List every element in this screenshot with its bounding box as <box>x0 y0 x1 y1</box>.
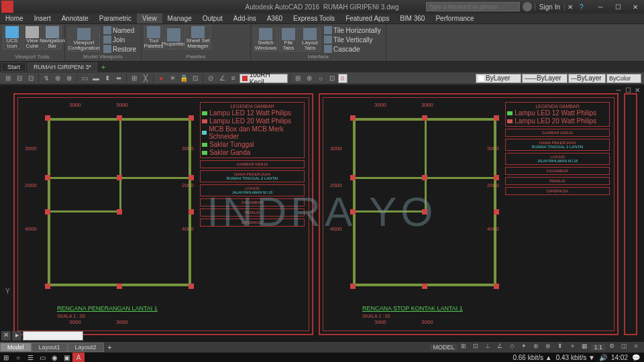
drawing-canvas[interactable]: ─ ☐ ✕ INDRA YO Y 3000 3000 3000 2000 400… <box>0 85 644 342</box>
tab-view[interactable]: View <box>137 13 162 23</box>
layer-icon[interactable]: ⊡ <box>190 73 201 84</box>
tray-icon[interactable]: 🔊 <box>599 354 607 361</box>
zero-combo[interactable]: 0 <box>338 74 347 83</box>
minimize-button[interactable]: ─ <box>592 1 609 13</box>
layout2-tab[interactable]: Layout2 <box>68 343 104 352</box>
help-icon[interactable]: ? <box>580 3 589 11</box>
tool-icon[interactable]: ⊡ <box>327 73 337 84</box>
model-tab[interactable]: Model <box>0 343 32 352</box>
status-icon[interactable]: ✦ <box>519 343 529 352</box>
tab-express[interactable]: Express Tools <box>288 13 340 23</box>
gear-icon[interactable]: ⚙ <box>606 343 617 352</box>
tab-featured[interactable]: Featured Apps <box>340 13 394 23</box>
tab-manage[interactable]: Manage <box>162 13 197 23</box>
tool-icon[interactable]: ≡ <box>228 73 239 84</box>
tab-insert[interactable]: Insert <box>29 13 56 23</box>
restore-button[interactable]: Restore <box>101 44 138 54</box>
tool-icon[interactable]: ⊕ <box>52 73 63 84</box>
layer-icon[interactable]: ● <box>156 73 166 84</box>
tool-icon[interactable]: ▭ <box>79 73 90 84</box>
tool-icon[interactable]: ⊕ <box>304 73 315 84</box>
grid-icon[interactable]: ⊞ <box>458 343 469 352</box>
app-logo-icon[interactable] <box>1 1 13 13</box>
scale-button[interactable]: 1:1 <box>591 344 605 351</box>
status-icon[interactable]: ◫ <box>619 343 629 352</box>
status-icon[interactable]: ⬍ <box>555 343 566 352</box>
tool-icon[interactable]: ▬ <box>91 73 101 84</box>
tool-icon[interactable]: ⊟ <box>14 73 25 84</box>
start-button[interactable]: ⊞ <box>0 353 12 362</box>
new-tab-button[interactable]: + <box>97 64 109 71</box>
layer-icon[interactable]: ☀ <box>167 73 178 84</box>
signin-avatar-icon[interactable] <box>523 2 532 11</box>
switch-windows-button[interactable]: Switch Windows <box>254 27 278 52</box>
tab-performance[interactable]: Performance <box>430 13 479 23</box>
ucs-icon-button[interactable]: UCS Icon <box>3 25 21 50</box>
tab-output[interactable]: Output <box>197 13 228 23</box>
tool-icon[interactable]: ⊞ <box>292 73 303 84</box>
search-icon[interactable]: ○ <box>12 353 24 362</box>
cmd-close-icon[interactable]: ✕ <box>1 331 11 341</box>
status-icon[interactable]: ▦ <box>579 343 590 352</box>
tab-annotate[interactable]: Annotate <box>56 13 94 23</box>
viewport-config-button[interactable]: Viewport Configuration <box>68 27 100 52</box>
navbar-button[interactable]: Navigation Bar <box>43 25 62 50</box>
tab-a360[interactable]: A360 <box>262 13 288 23</box>
tool-icon[interactable]: ⊞ <box>3 73 13 84</box>
tab-bim360[interactable]: BIM 360 <box>394 13 430 23</box>
status-icon[interactable]: ⊕ <box>531 343 541 352</box>
polar-icon[interactable]: ∠ <box>494 343 505 352</box>
join-button[interactable]: Join <box>101 35 138 44</box>
tool-icon[interactable]: ╳ <box>140 73 151 84</box>
notification-icon[interactable]: 💬 <box>632 354 640 361</box>
layer-icon[interactable]: 🔒 <box>178 73 189 84</box>
file-tabs-button[interactable]: File Tabs <box>279 27 298 52</box>
app-icon[interactable]: ▣ <box>60 353 72 362</box>
cascade-button[interactable]: Cascade <box>322 44 383 54</box>
maximize-button[interactable]: ☐ <box>609 1 627 13</box>
tool-icon[interactable]: ⊞ <box>129 73 140 84</box>
tool-icon[interactable]: ⊡ <box>25 73 36 84</box>
status-icon[interactable]: ⊗ <box>543 343 553 352</box>
layout-tabs-button[interactable]: Layout Tabs <box>299 27 321 52</box>
viewcube-button[interactable]: View Cube <box>23 25 42 50</box>
file-tab[interactable]: RUMAH GIRIPENI 3* <box>28 62 97 72</box>
cmd-prompt-icon[interactable]: ▸ <box>12 331 21 341</box>
properties-button[interactable]: Properties <box>164 25 183 50</box>
tile-vert-button[interactable]: Tile Vertically <box>322 35 383 44</box>
sheetset-button[interactable]: Sheet Set Manager <box>184 25 211 50</box>
tool-palettes-button[interactable]: Tool Palettes <box>144 25 163 50</box>
autocad-icon[interactable]: A <box>72 353 85 362</box>
tool-icon[interactable]: ⬌ <box>113 73 124 84</box>
space-toggle[interactable]: MODEL <box>430 344 457 351</box>
osnap-icon[interactable]: ◇ <box>506 343 517 352</box>
help-search-input[interactable] <box>426 2 520 11</box>
ortho-icon[interactable]: ⊥ <box>482 343 493 352</box>
lineweight-combo[interactable]: — ByLayer <box>568 74 606 83</box>
linetype-combo[interactable]: —— ByLayer <box>522 74 568 83</box>
tab-home[interactable]: Home <box>0 13 29 23</box>
customize-icon[interactable]: ≡ <box>631 343 641 352</box>
status-icon[interactable]: ⌖ <box>567 343 578 352</box>
plotstyle-combo[interactable]: ByColor <box>606 74 641 83</box>
close-button[interactable]: ✕ <box>627 1 644 13</box>
layout1-tab[interactable]: Layout1 <box>32 343 68 352</box>
tool-icon[interactable]: ↯ <box>41 73 52 84</box>
explorer-icon[interactable]: ▭ <box>36 353 48 362</box>
sign-in-button[interactable]: Sign In <box>535 3 565 11</box>
clock[interactable]: 14:02 <box>611 354 628 361</box>
taskview-icon[interactable]: ☰ <box>24 353 36 362</box>
tab-addins[interactable]: Add-ins <box>228 13 262 23</box>
new-layout-button[interactable]: + <box>104 344 116 351</box>
tool-icon[interactable]: ∠ <box>217 73 227 84</box>
start-tab[interactable]: Start <box>1 62 26 72</box>
tile-horiz-button[interactable]: Tile Horizontally <box>322 25 383 35</box>
tool-icon[interactable]: ⊙ <box>205 73 216 84</box>
color-combo[interactable]: ByLayer <box>476 74 521 83</box>
tab-parametric[interactable]: Parametric <box>94 13 137 23</box>
named-button[interactable]: Named <box>101 25 138 35</box>
browser-icon[interactable]: ◉ <box>48 353 60 362</box>
tool-icon[interactable]: ⊗ <box>64 73 74 84</box>
tool-icon[interactable]: ⬍ <box>102 73 113 84</box>
command-input[interactable] <box>23 331 83 341</box>
